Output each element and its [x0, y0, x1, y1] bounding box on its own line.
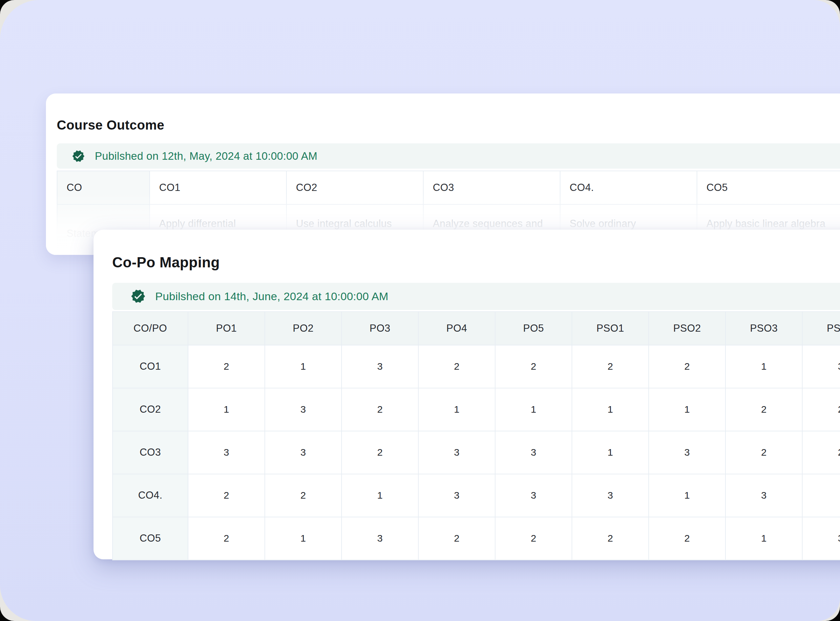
copo-cell: 3	[418, 474, 495, 517]
copo-col-header: PO4	[418, 312, 495, 345]
copo-cell	[802, 474, 840, 517]
copo-header-row: CO/PO PO1 PO2 PO3 PO4 PO5 PSO1 PSO2 PSO3…	[112, 312, 840, 345]
copo-row: CO2 1 3 2 1 1 1 1 2 2	[112, 388, 840, 431]
copo-cell: 2	[725, 388, 802, 431]
copo-cell: 3	[418, 431, 495, 474]
copo-cell: 3	[725, 474, 802, 517]
copo-cell: 2	[572, 345, 649, 388]
copo-cell: 1	[572, 431, 649, 474]
copo-cell: 1	[649, 388, 725, 431]
copo-row-label: CO5	[112, 517, 188, 560]
copo-cell: 3	[341, 345, 418, 388]
copo-cell: 2	[802, 388, 840, 431]
copo-cell: 3	[802, 345, 840, 388]
co-col-header: CO4.	[560, 171, 697, 204]
copo-col-header: PSO4	[802, 312, 840, 345]
screen: Course Outcome Pubilshed on 12th, May, 2…	[0, 0, 840, 621]
copo-cell: 1	[725, 345, 802, 388]
copo-col-header: PO2	[265, 312, 341, 345]
copo-col-header: PSO2	[649, 312, 725, 345]
copo-col-header: PSO3	[725, 312, 802, 345]
copo-cell: 2	[802, 431, 840, 474]
copo-col-header: PO5	[495, 312, 572, 345]
copo-cell: 1	[188, 388, 265, 431]
copo-col-header: PO3	[341, 312, 418, 345]
copo-mapping-title: Co-Po Mapping	[112, 254, 840, 271]
co-col-header: CO5	[697, 171, 840, 204]
copo-mapping-card: Co-Po Mapping Pubilshed on 14th, June, 2…	[94, 230, 840, 559]
check-seal-icon	[130, 289, 146, 304]
copo-cell: 3	[341, 517, 418, 560]
copo-cell: 3	[572, 474, 649, 517]
copo-row: CO3 3 3 2 3 3 1 3 2 2	[112, 431, 840, 474]
copo-col-header: PO1	[188, 312, 265, 345]
copo-cell: 2	[495, 345, 572, 388]
copo-cell: 2	[418, 345, 495, 388]
copo-cell: 1	[649, 474, 725, 517]
copo-cell: 2	[188, 517, 265, 560]
copo-row: CO4. 2 2 1 3 3 3 1 3	[112, 474, 840, 517]
copo-cell: 3	[495, 431, 572, 474]
copo-published-text: Pubilshed on 14th, June, 2024 at 10:00:0…	[155, 290, 388, 303]
copo-row: CO1 2 1 3 2 2 2 2 1 3	[112, 345, 840, 388]
copo-row-label: CO4.	[112, 474, 188, 517]
copo-row-label: CO3	[112, 431, 188, 474]
course-outcome-published-text: Pubilshed on 12th, May, 2024 at 10:00:00…	[95, 150, 317, 162]
copo-cell: 2	[725, 431, 802, 474]
check-seal-icon	[72, 150, 85, 163]
copo-cell: 1	[418, 388, 495, 431]
copo-cell: 1	[495, 388, 572, 431]
copo-cell: 2	[341, 431, 418, 474]
co-col-header: CO1	[150, 171, 287, 204]
copo-cell: 3	[188, 431, 265, 474]
copo-cell: 1	[341, 474, 418, 517]
copo-cell: 3	[265, 431, 341, 474]
copo-cell: 2	[341, 388, 418, 431]
copo-cell: 2	[418, 517, 495, 560]
copo-cell: 3	[649, 431, 725, 474]
course-outcome-header-row: CO CO1 CO2 CO3 CO4. CO5	[57, 171, 840, 204]
copo-cell: 3	[802, 517, 840, 560]
copo-cell: 3	[265, 388, 341, 431]
copo-cell: 2	[649, 345, 725, 388]
copo-row-label: CO2	[112, 388, 188, 431]
co-col-header: CO3	[423, 171, 560, 204]
copo-col-header: PSO1	[572, 312, 649, 345]
copo-cell: 2	[188, 474, 265, 517]
copo-mapping-table: CO/PO PO1 PO2 PO3 PO4 PO5 PSO1 PSO2 PSO3…	[112, 311, 840, 560]
copo-row: CO5 2 1 3 2 2 2 2 1 3	[112, 517, 840, 560]
copo-cell: 2	[495, 517, 572, 560]
co-col-header: CO2	[287, 171, 423, 204]
co-corner-header: CO	[57, 171, 150, 204]
copo-cell: 2	[572, 517, 649, 560]
copo-cell: 1	[265, 345, 341, 388]
copo-cell: 1	[265, 517, 341, 560]
copo-cell: 1	[725, 517, 802, 560]
copo-cell: 2	[265, 474, 341, 517]
copo-corner-header: CO/PO	[112, 312, 188, 345]
course-outcome-title: Course Outcome	[57, 117, 840, 133]
course-outcome-published-banner: Pubilshed on 12th, May, 2024 at 10:00:00…	[57, 143, 840, 169]
copo-published-banner: Pubilshed on 14th, June, 2024 at 10:00:0…	[112, 283, 840, 310]
copo-cell: 3	[495, 474, 572, 517]
copo-cell: 2	[188, 345, 265, 388]
copo-cell: 2	[649, 517, 725, 560]
copo-row-label: CO1	[112, 345, 188, 388]
copo-cell: 1	[572, 388, 649, 431]
